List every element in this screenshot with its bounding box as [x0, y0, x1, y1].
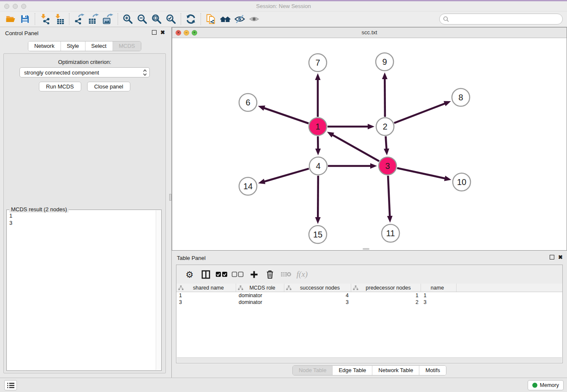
- float-table-panel-icon[interactable]: [550, 255, 554, 259]
- cell-predecessor-nodes[interactable]: 1: [351, 292, 421, 299]
- table-hscroll-area[interactable]: [177, 357, 562, 362]
- cell-successor-nodes[interactable]: 3: [284, 299, 351, 306]
- show-panels-button[interactable]: [198, 268, 213, 281]
- add-column-icon: [250, 270, 259, 279]
- edge-arrowhead: [258, 105, 265, 110]
- column-header-MCDS-role[interactable]: MCDS role: [236, 284, 284, 292]
- column-type-icon: [286, 285, 292, 290]
- edge-arrowhead: [315, 149, 321, 155]
- cell-MCDS-role[interactable]: dominator: [236, 299, 284, 306]
- cell-shared-name[interactable]: 1: [176, 292, 236, 299]
- edge-4-14[interactable]: [264, 168, 308, 182]
- cell-successor-nodes[interactable]: 4: [284, 292, 351, 299]
- close-panel-button[interactable]: Close panel: [87, 82, 131, 91]
- criterion-select[interactable]: strongly connected component: [19, 67, 150, 77]
- node-label-3: 3: [385, 161, 390, 171]
- table-row[interactable]: 3dominator323: [176, 299, 562, 306]
- select-all-button[interactable]: [215, 268, 229, 281]
- edge-arrowhead: [387, 216, 393, 223]
- cell-MCDS-role[interactable]: dominator: [236, 292, 284, 299]
- edge-2-3[interactable]: [385, 136, 386, 149]
- hide-eye-button[interactable]: [232, 12, 247, 26]
- node-label-2: 2: [383, 122, 387, 131]
- result-scrollbar[interactable]: [156, 210, 161, 370]
- tab-mcds[interactable]: MCDS: [113, 41, 141, 51]
- column-header-successor-nodes[interactable]: successor nodes: [284, 284, 351, 292]
- column-header-predecessor-nodes[interactable]: predecessor nodes: [351, 284, 421, 292]
- add-column-button[interactable]: [247, 268, 261, 281]
- duplicate-network-button[interactable]: [204, 12, 218, 26]
- settings-icon: ⚙: [186, 270, 194, 279]
- export-image-button[interactable]: [101, 12, 115, 26]
- memory-button[interactable]: Memory: [528, 380, 564, 390]
- search-input[interactable]: [451, 15, 562, 23]
- cell-shared-name[interactable]: 3: [176, 299, 236, 306]
- zoom-out-button[interactable]: [135, 12, 149, 26]
- mcds-result-node: 1: [9, 212, 154, 219]
- tab-edge-table[interactable]: Edge Table: [332, 366, 372, 375]
- edge-3-1[interactable]: [332, 135, 379, 161]
- node-label-10: 10: [457, 177, 466, 187]
- zoom-in-button[interactable]: [121, 12, 135, 26]
- task-history-button[interactable]: [4, 380, 17, 390]
- settings-button[interactable]: ⚙: [182, 268, 197, 281]
- float-panel-icon[interactable]: [152, 30, 157, 35]
- column-header-name[interactable]: name: [421, 284, 457, 292]
- cell-name[interactable]: 1: [421, 292, 457, 299]
- home-button[interactable]: [218, 12, 232, 26]
- edge-4-15[interactable]: [318, 176, 318, 218]
- refresh-button[interactable]: [184, 12, 198, 26]
- import-network-button[interactable]: [38, 12, 52, 26]
- save-session-icon: [20, 14, 30, 24]
- edge-2-9[interactable]: [385, 78, 385, 117]
- edge-3-10[interactable]: [397, 168, 445, 179]
- export-image-icon: [102, 14, 114, 25]
- cell-name[interactable]: 3: [421, 299, 457, 306]
- tab-network-table[interactable]: Network Table: [372, 366, 419, 375]
- close-panel-icon[interactable]: ✖: [160, 30, 165, 35]
- run-mcds-button[interactable]: Run MCDS: [39, 82, 81, 91]
- delete-table-button[interactable]: [279, 268, 293, 281]
- node-label-11: 11: [386, 229, 395, 238]
- delete-column-button[interactable]: [263, 268, 277, 281]
- export-network-button[interactable]: [72, 12, 86, 26]
- close-table-panel-icon[interactable]: ✖: [558, 254, 563, 260]
- deselect-all-icon: [231, 270, 244, 279]
- cell-predecessor-nodes[interactable]: 2: [351, 299, 421, 306]
- zoom-selected-icon: [165, 14, 176, 25]
- import-table-button[interactable]: [52, 12, 66, 26]
- zoom-fit-button[interactable]: [149, 12, 164, 26]
- tab-node-table[interactable]: Node Table: [293, 366, 333, 375]
- show-eye-button[interactable]: [247, 12, 261, 26]
- save-session-button[interactable]: [18, 12, 32, 26]
- tab-motifs[interactable]: Motifs: [419, 366, 446, 375]
- search-box[interactable]: [439, 14, 563, 25]
- function-builder-button[interactable]: f(x): [295, 268, 309, 281]
- control-panel-tabs: NetworkStyleSelectMCDS: [28, 41, 141, 51]
- zoom-selected-button[interactable]: [164, 12, 178, 26]
- export-table-button[interactable]: [86, 12, 101, 26]
- edge-2-8[interactable]: [394, 103, 445, 123]
- node-table: ⚙f(x) shared nameMCDS rolesuccessor node…: [176, 265, 563, 363]
- tab-network[interactable]: Network: [28, 41, 61, 51]
- graph-hscroll-thumb[interactable]: [363, 248, 369, 250]
- column-label: name: [421, 285, 456, 291]
- criterion-selected-value: strongly connected component: [24, 69, 99, 76]
- network-graph[interactable]: 7968124314101511: [172, 38, 567, 250]
- deselect-all-button[interactable]: [231, 268, 245, 281]
- tab-style[interactable]: Style: [61, 41, 85, 51]
- edge-1-6[interactable]: [264, 108, 308, 124]
- mcds-result-list: 13: [8, 211, 155, 370]
- column-label: shared name: [184, 285, 236, 291]
- edge-arrowhead: [384, 149, 389, 155]
- tab-select[interactable]: Select: [85, 41, 113, 51]
- edge-3-11[interactable]: [388, 176, 390, 217]
- hide-eye-icon: [234, 14, 245, 25]
- splitter-handle[interactable]: [169, 194, 171, 201]
- export-network-icon: [74, 14, 85, 25]
- column-header-shared-name[interactable]: shared name: [176, 284, 236, 292]
- export-table-icon: [88, 14, 99, 25]
- open-session-button[interactable]: [3, 12, 18, 26]
- open-session-icon: [5, 14, 16, 24]
- table-row[interactable]: 1dominator411: [176, 292, 562, 299]
